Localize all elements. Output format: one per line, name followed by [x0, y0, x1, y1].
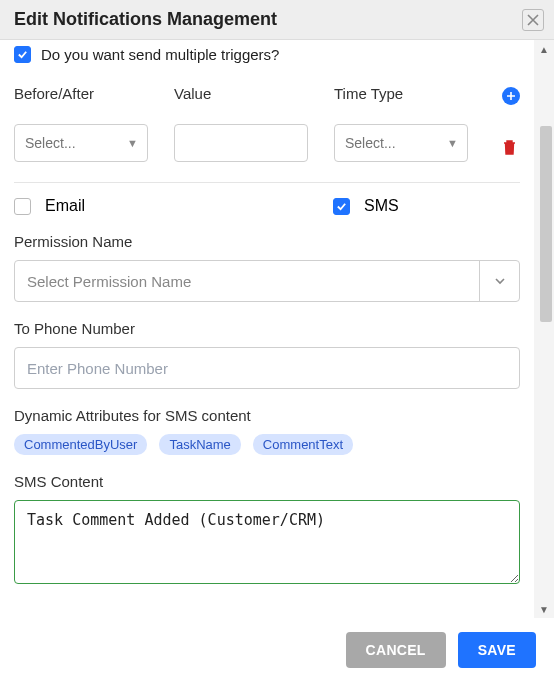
check-icon	[336, 201, 347, 212]
divider	[14, 182, 520, 183]
before-after-input[interactable]	[14, 124, 148, 162]
time-type-label: Time Type	[334, 85, 468, 102]
permission-name-placeholder: Select Permission Name	[27, 273, 191, 290]
plus-icon	[506, 91, 516, 101]
close-button[interactable]	[522, 9, 544, 31]
modal-footer: CANCEL SAVE	[0, 618, 554, 682]
cancel-button[interactable]: CANCEL	[346, 632, 446, 668]
email-checkbox[interactable]	[14, 198, 31, 215]
before-after-select[interactable]: ▼	[14, 124, 148, 162]
modal: Edit Notifications Management Do you wan…	[0, 0, 554, 682]
add-schedule-button[interactable]	[502, 87, 520, 105]
save-button[interactable]: SAVE	[458, 632, 536, 668]
to-phone-input[interactable]	[14, 347, 520, 389]
sms-label: SMS	[364, 197, 399, 215]
multiple-trigger-label: Do you want send multiple triggers?	[41, 46, 279, 63]
scrollbar[interactable]: ▲ ▼	[534, 40, 554, 618]
before-after-label: Before/After	[14, 85, 148, 102]
chevron-down-icon	[479, 261, 519, 301]
delete-schedule-button[interactable]	[502, 139, 520, 159]
permission-name-label: Permission Name	[14, 233, 520, 250]
check-icon	[17, 49, 28, 60]
chip-commented-by-user[interactable]: CommentedByUser	[14, 434, 147, 455]
chip-task-name[interactable]: TaskName	[159, 434, 240, 455]
permission-name-select[interactable]: Select Permission Name	[14, 260, 520, 302]
email-label: Email	[45, 197, 85, 215]
modal-title: Edit Notifications Management	[14, 9, 277, 30]
time-type-select[interactable]: ▼	[334, 124, 468, 162]
scroll-thumb[interactable]	[540, 126, 552, 322]
close-icon	[527, 14, 539, 26]
scroll-up-button[interactable]: ▲	[534, 40, 554, 58]
dynamic-attributes-label: Dynamic Attributes for SMS content	[14, 407, 520, 424]
chip-comment-text[interactable]: CommentText	[253, 434, 353, 455]
sms-content-textarea[interactable]	[14, 500, 520, 584]
time-type-input[interactable]	[334, 124, 468, 162]
dynamic-attributes-chips: CommentedByUser TaskName CommentText	[14, 434, 520, 455]
value-input[interactable]	[174, 124, 308, 162]
multiple-trigger-checkbox[interactable]	[14, 46, 31, 63]
value-label: Value	[174, 85, 308, 102]
modal-header: Edit Notifications Management	[0, 0, 554, 40]
to-phone-label: To Phone Number	[14, 320, 520, 337]
trash-icon	[502, 139, 517, 155]
scroll-down-button[interactable]: ▼	[534, 600, 554, 618]
sms-checkbox[interactable]	[333, 198, 350, 215]
sms-content-label: SMS Content	[14, 473, 520, 490]
modal-body: Do you want send instant trigger? Do you…	[0, 40, 534, 618]
